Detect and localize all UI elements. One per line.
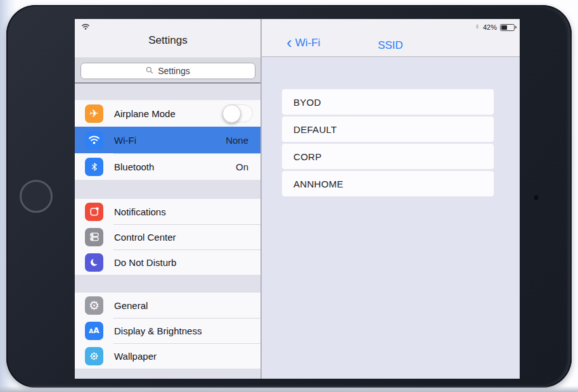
tablet-bezel: Settings Settings: [6, 5, 572, 388]
notifications-icon: [85, 203, 103, 221]
settings-app-screen: Settings Settings: [75, 19, 520, 379]
ssid-item-default[interactable]: DEFAULT: [282, 117, 494, 142]
toggle-knob: [222, 104, 241, 123]
detail-header: 42% ‹ Wi-Fi SSID: [261, 19, 520, 57]
bluetooth-status-value: On: [236, 161, 248, 172]
screenshot-stage: Settings Settings: [0, 0, 578, 392]
sidebar-header: Settings: [75, 19, 261, 58]
ssid-item-byod[interactable]: BYOD: [282, 89, 494, 115]
control-center-icon: [85, 228, 103, 246]
sidebar-title: Settings: [75, 34, 261, 47]
search-icon: [146, 66, 153, 76]
search-section: Settings: [75, 59, 261, 84]
sidebar-item-control-center[interactable]: Control Center: [75, 224, 261, 250]
ssid-detail-pane: 42% ‹ Wi-Fi SSID BYOD DEFAULT: [261, 19, 520, 379]
status-wifi-icon: [81, 22, 90, 33]
wallpaper-icon: [85, 347, 103, 365]
display-brightness-icon: AA: [85, 322, 103, 340]
search-input-value: Settings: [158, 66, 190, 76]
settings-sidebar: Settings Settings: [75, 19, 261, 379]
gear-icon: ⚙: [85, 296, 103, 315]
pane-divider: [260, 19, 262, 379]
battery-icon: [500, 24, 515, 31]
sidebar-item-wifi[interactable]: Wi-Fi None: [75, 127, 261, 153]
search-input[interactable]: Settings: [80, 63, 255, 79]
ssid-item-annhome[interactable]: ANNHOME: [282, 171, 494, 196]
wifi-icon: [85, 131, 103, 149]
bluetooth-icon: [85, 158, 103, 176]
ssid-item-corp[interactable]: CORP: [282, 144, 494, 169]
sidebar-item-wallpaper[interactable]: Wallpaper: [75, 343, 261, 369]
sidebar-group-radios: ✈ Airplane Mode: [75, 100, 261, 180]
page-title: SSID: [261, 39, 520, 52]
moon-icon: [85, 253, 103, 272]
sidebar-group-notifications: Notifications Contro: [75, 199, 261, 275]
sidebar-item-do-not-disturb[interactable]: Do Not Disturb: [75, 250, 261, 275]
sidebar-item-display-brightness[interactable]: AA Display & Brightness: [75, 318, 261, 343]
detail-body: BYOD DEFAULT CORP ANNHOME: [261, 58, 520, 379]
sidebar-groups: ✈ Airplane Mode: [75, 85, 261, 379]
sidebar-item-general[interactable]: ⚙ General: [75, 293, 261, 318]
wifi-status-value: None: [226, 135, 248, 146]
sidebar-item-notifications[interactable]: Notifications: [75, 199, 261, 224]
ssid-list: BYOD DEFAULT CORP ANNHOME: [282, 89, 494, 198]
battery-percent: 42%: [483, 23, 497, 31]
sidebar-item-airplane-mode[interactable]: ✈ Airplane Mode: [75, 100, 261, 127]
battery-fill: [501, 25, 507, 30]
sidebar-group-general: ⚙ General AA Display & Brightness: [75, 293, 261, 369]
home-button[interactable]: [20, 180, 53, 213]
sidebar-item-bluetooth[interactable]: Bluetooth On: [75, 153, 261, 180]
camera-icon: [534, 195, 539, 200]
status-bluetooth-icon: [475, 22, 480, 33]
airplane-mode-toggle[interactable]: [223, 104, 253, 122]
airplane-icon: ✈: [85, 104, 103, 123]
status-cluster: 42%: [475, 22, 515, 33]
